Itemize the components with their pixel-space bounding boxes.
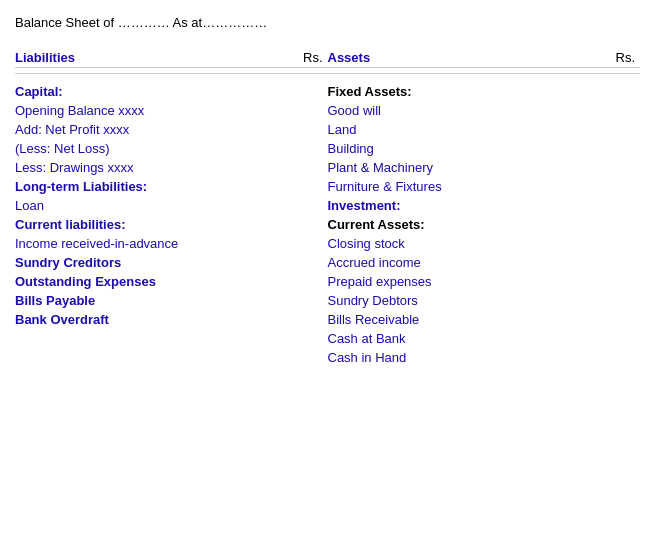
asset-item: Land — [328, 120, 357, 139]
asset-item: Good will — [328, 101, 381, 120]
asset-item: Cash at Bank — [328, 329, 406, 348]
table-row: Cash in Hand — [15, 348, 640, 367]
table-row: (Less: Net Loss) Building — [15, 139, 640, 158]
table-row: Opening Balance xxxx Good will — [15, 101, 640, 120]
liabilities-header: Liabilities — [15, 47, 75, 68]
assets-rs-header: Rs. — [616, 50, 641, 65]
liability-item: Income received-in-advance — [15, 234, 178, 253]
liability-item: Long-term Liabilities: — [15, 176, 147, 197]
table-row: Add: Net Profit xxxx Land — [15, 120, 640, 139]
table-row: Current liabilities: Current Assets: — [15, 215, 640, 234]
liability-item: (Less: Net Loss) — [15, 139, 110, 158]
asset-item: Current Assets: — [328, 214, 425, 235]
liability-item: Capital: — [15, 81, 63, 102]
liability-item: Loan — [15, 196, 44, 215]
asset-item: Building — [328, 139, 374, 158]
table-row: Bills Payable Sundry Debtors — [15, 291, 640, 310]
asset-item: Furniture & Fixtures — [328, 177, 442, 196]
table-row: Long-term Liabilities: Furniture & Fixtu… — [15, 177, 640, 196]
table-row: Outstanding Expenses Prepaid expenses — [15, 272, 640, 291]
asset-item: Prepaid expenses — [328, 272, 432, 291]
table-row: Sundry Creditors Accrued income — [15, 253, 640, 272]
table-row: Bank Overdraft Bills Receivable — [15, 310, 640, 329]
table-row: Capital: Fixed Assets: — [15, 82, 640, 101]
liability-item: Outstanding Expenses — [15, 272, 156, 291]
liability-item: Bank Overdraft — [15, 310, 109, 329]
asset-item: Bills Receivable — [328, 310, 420, 329]
liability-item: Opening Balance xxxx — [15, 101, 144, 120]
table-row: Income received-in-advance Closing stock — [15, 234, 640, 253]
assets-header: Assets — [328, 47, 371, 68]
liability-item: Add: Net Profit xxxx — [15, 120, 129, 139]
table-row: Loan Investment: — [15, 196, 640, 215]
asset-item: Investment: — [328, 195, 401, 216]
table-row: Less: Drawings xxxx Plant & Machinery — [15, 158, 640, 177]
asset-item: Sundry Debtors — [328, 291, 418, 310]
table-row: Cash at Bank — [15, 329, 640, 348]
liability-item: Current liabilities: — [15, 214, 126, 235]
liability-item: Less: Drawings xxxx — [15, 158, 133, 177]
title: Balance Sheet of ………… As at…………… — [15, 15, 640, 30]
asset-item: Fixed Assets: — [328, 81, 412, 102]
asset-item: Plant & Machinery — [328, 158, 434, 177]
liability-item: Sundry Creditors — [15, 253, 121, 272]
liabilities-rs-header: Rs. — [303, 50, 328, 65]
asset-item: Closing stock — [328, 234, 405, 253]
liability-item: Bills Payable — [15, 291, 95, 310]
asset-item: Accrued income — [328, 253, 421, 272]
asset-item: Cash in Hand — [328, 348, 407, 367]
